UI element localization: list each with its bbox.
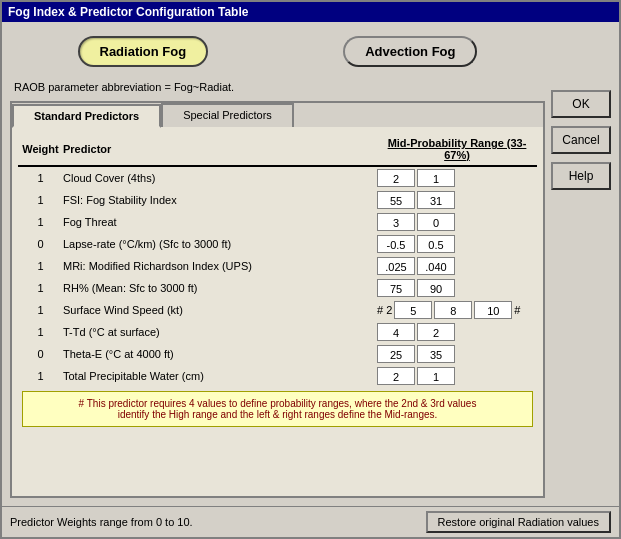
window-title: Fog Index & Predictor Configuration Tabl… xyxy=(8,5,248,19)
predictor-cell: Lapse-rate (°C/km) (Sfc to 3000 ft) xyxy=(63,238,377,250)
restore-button[interactable]: Restore original Radiation values xyxy=(426,511,611,533)
header-predictor: Predictor xyxy=(63,143,377,155)
value-box-1[interactable]: 75 xyxy=(377,279,415,297)
table-row: 1Cloud Cover (4ths)21 xyxy=(18,167,537,189)
predictor-cell: T-Td (°C at surface) xyxy=(63,326,377,338)
table-header: Weight Predictor Mid-Probability Range (… xyxy=(18,133,537,167)
value-box-2[interactable]: .040 xyxy=(417,257,455,275)
predictor-cell: Total Precipitable Water (cm) xyxy=(63,370,377,382)
value-box-2[interactable]: 0.5 xyxy=(417,235,455,253)
tab-container: Standard Predictors Special Predictors W… xyxy=(10,101,545,498)
table-row: 0Lapse-rate (°C/km) (Sfc to 3000 ft)-0.5… xyxy=(18,233,537,255)
range-values: .025.040 xyxy=(377,257,537,275)
header-weight: Weight xyxy=(18,143,63,155)
value-box-1[interactable]: 3 xyxy=(377,213,415,231)
weight-cell: 1 xyxy=(18,194,63,206)
range-values: 5531 xyxy=(377,191,537,209)
table-row: 0Theta-E (°C at 4000 ft)2535 xyxy=(18,343,537,365)
range-values: -0.50.5 xyxy=(377,235,537,253)
content-area: Radiation Fog Advection Fog RAOB paramet… xyxy=(2,22,619,506)
value-box-1[interactable]: 55 xyxy=(377,191,415,209)
range-values: # 25810# xyxy=(377,301,537,319)
value-box-2[interactable]: 35 xyxy=(417,345,455,363)
help-button[interactable]: Help xyxy=(551,162,611,190)
value-box-1[interactable]: 2 xyxy=(377,169,415,187)
fog-type-row: Radiation Fog Advection Fog xyxy=(10,30,545,73)
table-row: 1Total Precipitable Water (cm)21 xyxy=(18,365,537,387)
hash-label-right: # xyxy=(514,304,520,316)
value-box-1[interactable]: .025 xyxy=(377,257,415,275)
weight-cell: 1 xyxy=(18,172,63,184)
predictor-cell: Cloud Cover (4ths) xyxy=(63,172,377,184)
table-row: 1T-Td (°C at surface)42 xyxy=(18,321,537,343)
value-box-1[interactable]: 4 xyxy=(377,323,415,341)
weight-cell: 0 xyxy=(18,348,63,360)
value-box-2[interactable]: 1 xyxy=(417,367,455,385)
main-panel: Radiation Fog Advection Fog RAOB paramet… xyxy=(10,30,545,498)
advection-fog-button[interactable]: Advection Fog xyxy=(343,36,477,67)
predictor-cell: Theta-E (°C at 4000 ft) xyxy=(63,348,377,360)
mid-prob-label: Mid-Probability Range (33-67%) xyxy=(388,137,527,161)
ok-button[interactable]: OK xyxy=(551,90,611,118)
table-row: 1RH% (Mean: Sfc to 3000 ft)7590 xyxy=(18,277,537,299)
table-row: 1Fog Threat30 xyxy=(18,211,537,233)
range-values: 30 xyxy=(377,213,537,231)
table-row: 1MRi: Modified Richardson Index (UPS).02… xyxy=(18,255,537,277)
predictor-cell: Surface Wind Speed (kt) xyxy=(63,304,377,316)
bottom-bar: Predictor Weights range from 0 to 10. Re… xyxy=(2,506,619,537)
weight-cell: 1 xyxy=(18,370,63,382)
range-values: 21 xyxy=(377,169,537,187)
radiation-fog-button[interactable]: Radiation Fog xyxy=(78,36,209,67)
predictor-cell: MRi: Modified Richardson Index (UPS) xyxy=(63,260,377,272)
value-box-2[interactable]: 8 xyxy=(434,301,472,319)
value-box-2[interactable]: 90 xyxy=(417,279,455,297)
hash-label-left: # 2 xyxy=(377,304,392,316)
weight-cell: 1 xyxy=(18,304,63,316)
table-body: 1Cloud Cover (4ths)211FSI: Fog Stability… xyxy=(18,167,537,387)
tab-content: Weight Predictor Mid-Probability Range (… xyxy=(12,127,543,496)
range-values: 7590 xyxy=(377,279,537,297)
tab-special[interactable]: Special Predictors xyxy=(161,103,294,127)
predictor-cell: Fog Threat xyxy=(63,216,377,228)
predictor-cell: RH% (Mean: Sfc to 3000 ft) xyxy=(63,282,377,294)
weight-cell: 1 xyxy=(18,260,63,272)
weight-cell: 1 xyxy=(18,216,63,228)
raob-label: RAOB parameter abbreviation = Fog~Radiat… xyxy=(10,79,545,95)
weight-cell: 1 xyxy=(18,326,63,338)
weight-cell: 0 xyxy=(18,238,63,250)
value-box-2[interactable]: 0 xyxy=(417,213,455,231)
tab-bar: Standard Predictors Special Predictors xyxy=(12,103,543,127)
value-box-1[interactable]: 2 xyxy=(377,367,415,385)
value-box-1[interactable]: 25 xyxy=(377,345,415,363)
title-bar: Fog Index & Predictor Configuration Tabl… xyxy=(2,2,619,22)
table-row: 1FSI: Fog Stability Index5531 xyxy=(18,189,537,211)
value-box-2[interactable]: 2 xyxy=(417,323,455,341)
predictor-cell: FSI: Fog Stability Index xyxy=(63,194,377,206)
footer-note: # This predictor requires 4 values to de… xyxy=(22,391,533,427)
value-box-3[interactable]: 10 xyxy=(474,301,512,319)
main-window: Fog Index & Predictor Configuration Tabl… xyxy=(0,0,621,539)
range-values: 21 xyxy=(377,367,537,385)
table-row: 1Surface Wind Speed (kt)# 25810# xyxy=(18,299,537,321)
value-box-1[interactable]: 5 xyxy=(394,301,432,319)
cancel-button[interactable]: Cancel xyxy=(551,126,611,154)
value-box-1[interactable]: -0.5 xyxy=(377,235,415,253)
value-box-2[interactable]: 31 xyxy=(417,191,455,209)
footer-note-text: # This predictor requires 4 values to de… xyxy=(79,398,477,420)
value-box-2[interactable]: 1 xyxy=(417,169,455,187)
weight-cell: 1 xyxy=(18,282,63,294)
tab-standard[interactable]: Standard Predictors xyxy=(12,104,161,128)
weights-note: Predictor Weights range from 0 to 10. xyxy=(10,516,193,528)
range-values: 42 xyxy=(377,323,537,341)
side-buttons: OK Cancel Help xyxy=(551,30,611,498)
header-range: Mid-Probability Range (33-67%) xyxy=(377,137,537,161)
range-values: 2535 xyxy=(377,345,537,363)
